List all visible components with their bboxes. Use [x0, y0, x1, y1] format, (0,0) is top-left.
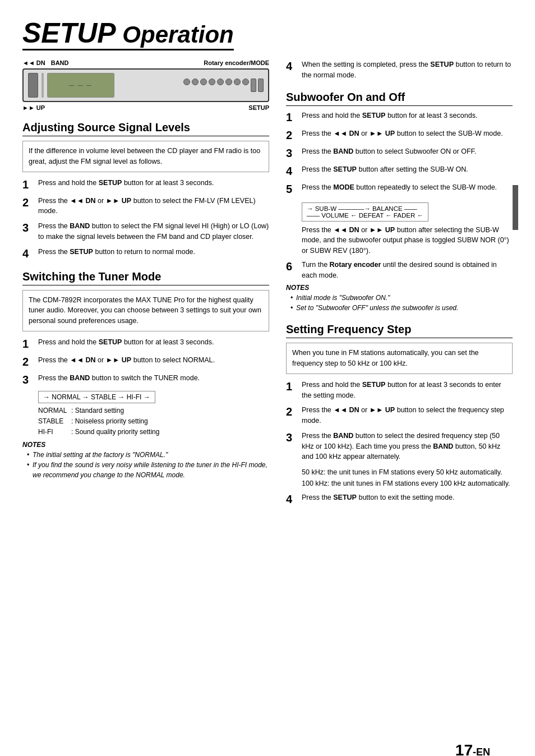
- settings-row: NORMAL : Standard setting: [38, 405, 269, 416]
- step-number: 5: [286, 182, 302, 196]
- step-text: Press the ◄◄ DN or ►► UP button to selec…: [38, 196, 269, 217]
- step-item: 5 Press the MODE button repeatedly to se…: [286, 182, 513, 196]
- freq-100: 100 kHz: the unit tunes in FM stations e…: [302, 478, 513, 489]
- note-item: The initial setting at the factory is "N…: [27, 450, 269, 460]
- device-screen: — — —: [47, 73, 114, 98]
- step-number: 2: [286, 405, 302, 418]
- step-item: 4 Press the SETUP button after setting t…: [286, 164, 513, 178]
- step-number: 4: [22, 247, 38, 260]
- step-text: Press and hold the SETUP button for at l…: [302, 380, 513, 401]
- step-item: 3 Press the BAND button to switch the TU…: [22, 373, 269, 386]
- step-text: Press the SETUP button to exit the setti…: [302, 492, 513, 503]
- step-number: 2: [286, 128, 302, 142]
- step-text: Press and hold the SETUP button for at l…: [302, 110, 513, 121]
- tuner-steps: 1 Press and hold the SETUP button for at…: [22, 337, 269, 386]
- note-item: Initial mode is "Subwoofer ON.": [290, 293, 513, 303]
- step-item: 3 Press the BAND button to select the FM…: [22, 221, 269, 242]
- label-up: ►► UP: [22, 104, 45, 111]
- step-text: Press and hold the SETUP button for at l…: [38, 178, 269, 188]
- step-number: 3: [22, 373, 38, 386]
- step-number: 1: [22, 178, 38, 191]
- step-5b: Press the ◄◄ DN or ►► UP button after se…: [286, 225, 513, 256]
- tuner-info-box: The CDM-7892R incorporates the MAX TUNE …: [22, 290, 269, 331]
- step-text: When the setting is completed, press the…: [302, 59, 513, 81]
- settings-key: STABLE: [38, 416, 69, 427]
- step-text: Press the BAND button to select Subwoofe…: [302, 146, 513, 157]
- step-text: Press the SETUP button after setting the…: [302, 164, 513, 175]
- step-item: 3 Press the BAND button to select the de…: [286, 431, 513, 462]
- flow-line2: —— VOLUME ← DEFEAT ← FADER ←: [307, 212, 423, 219]
- label-rotary: Rotary encoder/MODE: [204, 59, 269, 66]
- step-text: Press the BAND button to select the desi…: [302, 431, 513, 462]
- step-item: 1 Press and hold the SETUP button for at…: [22, 337, 269, 351]
- step-number: 2: [22, 355, 38, 368]
- page-tab: [513, 185, 518, 230]
- device-diagram: ◄◄ DN BAND Rotary encoder/MODE — — —: [22, 59, 269, 111]
- step-number: 1: [22, 337, 38, 351]
- tuner-flow: → NORMAL → STABLE → HI-FI →: [38, 391, 155, 403]
- step-number: 1: [286, 110, 302, 124]
- section-tuner: Switching the Tuner Mode The CDM-7892R i…: [22, 270, 269, 481]
- flow-line1: → SUB-W ————→ BALANCE ——: [307, 205, 423, 212]
- section-frequency: Setting Frequency Step When you tune in …: [286, 323, 513, 506]
- step-number: 3: [22, 221, 38, 234]
- flow-text: → NORMAL → STABLE → HI-FI →: [43, 393, 150, 401]
- notes-list: The initial setting at the factory is "N…: [22, 450, 269, 480]
- notes-title: NOTES: [286, 284, 513, 292]
- device-buttons: [118, 79, 264, 92]
- step-item: 2 Press the ◄◄ DN or ►► UP button to sel…: [22, 196, 269, 217]
- step-number: 3: [286, 431, 302, 444]
- settings-sep: : Noiseless priority setting: [71, 416, 148, 427]
- step-item: 1 Press and hold the SETUP button for at…: [286, 380, 513, 401]
- step-text: Press the BAND button to select the FM s…: [38, 221, 269, 242]
- frequency-heading: Setting Frequency Step: [286, 323, 513, 338]
- subw-flow: → SUB-W ————→ BALANCE —— —— VOLUME ← DEF…: [302, 202, 428, 222]
- label-setup: SETUP: [248, 104, 269, 111]
- note-item: Set to "Subwoofer OFF" unless the subwoo…: [290, 303, 513, 313]
- step-4-continue: 4 When the setting is completed, press t…: [286, 59, 513, 81]
- label-dn: ◄◄ DN: [22, 59, 45, 66]
- section-subwoofer: Subwoofer On and Off 1 Press and hold th…: [286, 91, 513, 314]
- step-text: Press and hold the SETUP button for at l…: [38, 337, 269, 348]
- label-band: BAND: [51, 59, 69, 66]
- settings-key: HI-FI: [38, 427, 69, 437]
- step-6: 6 Turn the Rotary encoder until the desi…: [286, 260, 513, 281]
- subwoofer-notes: NOTES Initial mode is "Subwoofer ON." Se…: [286, 284, 513, 313]
- settings-row: HI-FI : Sound quality priority setting: [38, 427, 269, 437]
- notes-title: NOTES: [22, 441, 269, 449]
- step-item: 3 Press the BAND button to select Subwoo…: [286, 146, 513, 160]
- subwoofer-steps: 1 Press and hold the SETUP button for at…: [286, 110, 513, 196]
- adjusting-heading: Adjusting Source Signal Levels: [22, 121, 269, 136]
- notes-list: Initial mode is "Subwoofer ON." Set to "…: [286, 293, 513, 313]
- step-text: Turn the Rotary encoder until the desire…: [302, 260, 513, 281]
- diagram-top-labels: ◄◄ DN BAND Rotary encoder/MODE: [22, 59, 269, 66]
- tuner-settings-table: NORMAL : Standard setting STABLE : Noise…: [38, 405, 269, 438]
- frequency-steps: 1 Press and hold the SETUP button for at…: [286, 380, 513, 462]
- settings-sep: : Standard setting: [71, 405, 124, 416]
- step-number: 4: [286, 492, 302, 506]
- tuner-heading: Switching the Tuner Mode: [22, 270, 269, 285]
- note-item: If you find the sound is very noisy whil…: [27, 460, 269, 480]
- step-number: 4: [286, 164, 302, 178]
- step-number: 1: [286, 380, 302, 393]
- frequency-details: 50 kHz: the unit tunes in FM stations ev…: [302, 467, 513, 489]
- diagram-bottom-labels: ►► UP SETUP: [22, 104, 269, 111]
- step-4-freq: 4 Press the SETUP button to exit the set…: [286, 492, 513, 506]
- page-num-text: 17: [455, 741, 473, 756]
- device-body: — — —: [22, 68, 269, 102]
- step-item: 1 Press and hold the SETUP button for at…: [286, 110, 513, 124]
- step-item: 2 Press the ◄◄ DN or ►► UP button to sel…: [22, 355, 269, 368]
- page-title: SETUP Operation: [22, 17, 513, 49]
- freq-50: 50 kHz: the unit tunes in FM stations ev…: [302, 467, 513, 478]
- step-item: 2 Press the ◄◄ DN or ►► UP button to sel…: [286, 405, 513, 426]
- step-number: 3: [286, 146, 302, 160]
- step-text: Press the BAND button to switch the TUNE…: [38, 373, 269, 384]
- step-item: 1 Press and hold the SETUP button for at…: [22, 178, 269, 191]
- settings-key: NORMAL: [38, 405, 69, 416]
- adjusting-info-box: If the difference in volume level betwee…: [22, 141, 269, 172]
- step-text: Press the ◄◄ DN or ►► UP button to selec…: [38, 355, 269, 366]
- tuner-notes: NOTES The initial setting at the factory…: [22, 441, 269, 480]
- step-text: Press the ◄◄ DN or ►► UP button to selec…: [302, 128, 513, 139]
- adjusting-steps: 1 Press and hold the SETUP button for at…: [22, 178, 269, 260]
- step-text: Press the ◄◄ DN or ►► UP button to selec…: [302, 405, 513, 426]
